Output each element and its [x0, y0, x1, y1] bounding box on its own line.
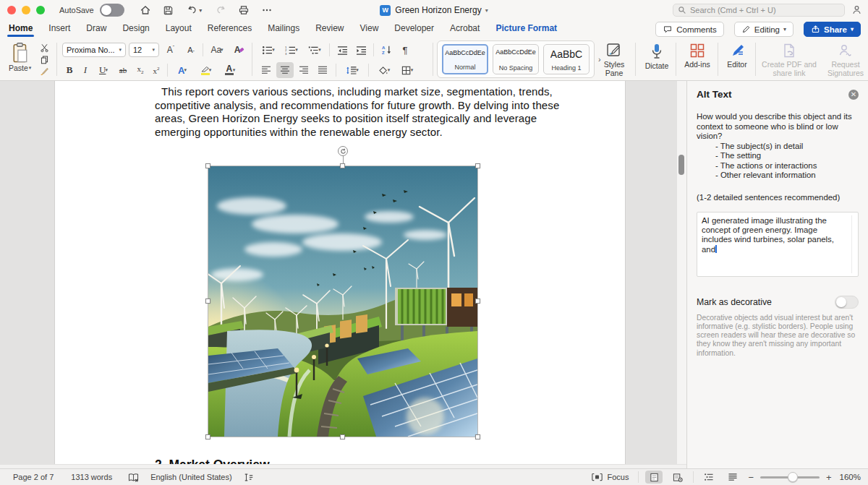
decrease-indent-button[interactable]: [333, 42, 351, 58]
page-indicator[interactable]: Page 2 of 7: [13, 473, 54, 481]
resize-handle-w[interactable]: [205, 299, 210, 304]
account-presence-button[interactable]: [851, 4, 862, 15]
comments-button[interactable]: Comments: [655, 22, 724, 37]
document-title[interactable]: Green Horizon Energy: [395, 5, 481, 15]
rotate-handle[interactable]: [338, 146, 348, 156]
home-button[interactable]: [137, 3, 153, 17]
search-input[interactable]: Search (Cmd + Ctrl + U): [673, 4, 845, 17]
editor-button[interactable]: Editor: [722, 40, 752, 72]
paste-button[interactable]: Paste▾: [6, 40, 34, 78]
font-name-select[interactable]: Proxima No...▾: [62, 43, 126, 57]
proofing-status-button[interactable]: [128, 473, 139, 482]
style-normal[interactable]: AaBbCcDdEe Normal: [442, 44, 488, 74]
draft-view-button[interactable]: [724, 471, 741, 484]
show-marks-button[interactable]: ¶: [396, 42, 414, 58]
undo-button[interactable]: ▾: [184, 3, 205, 17]
focus-mode-button[interactable]: Focus: [592, 473, 629, 481]
save-button[interactable]: [161, 3, 176, 17]
zoom-slider[interactable]: [760, 476, 820, 478]
document-title-chevron-icon[interactable]: ▾: [485, 7, 488, 14]
resize-handle-s[interactable]: [340, 434, 345, 439]
subscript-button[interactable]: x2: [133, 62, 148, 78]
dictate-button[interactable]: Dictate: [641, 40, 673, 73]
print-button[interactable]: [236, 3, 252, 17]
tab-mailings[interactable]: Mailings: [268, 21, 299, 37]
word-count[interactable]: 1313 words: [71, 473, 112, 481]
resize-handle-sw[interactable]: [205, 434, 210, 439]
addins-button[interactable]: Add-ins: [680, 40, 715, 72]
resize-handle-nw[interactable]: [205, 163, 210, 168]
italic-button[interactable]: I: [78, 62, 93, 78]
vertical-scrollbar[interactable]: [677, 81, 686, 468]
text-tracking-button[interactable]: [244, 473, 254, 482]
mark-decorative-toggle[interactable]: [835, 296, 859, 309]
styles-pane-button[interactable]: Styles Pane: [597, 40, 631, 80]
alt-text-input[interactable]: AI generated image illustrating the conc…: [697, 212, 859, 277]
vertical-scrollbar-thumb[interactable]: [678, 155, 684, 175]
change-case-button[interactable]: Aa▾: [206, 42, 228, 58]
justify-button[interactable]: [314, 62, 331, 78]
format-painter-button[interactable]: [37, 65, 51, 77]
align-center-button[interactable]: [276, 62, 294, 78]
print-layout-view-button[interactable]: [645, 471, 663, 484]
tab-picture-format[interactable]: Picture Format: [495, 21, 557, 37]
tab-design[interactable]: Design: [122, 21, 149, 37]
multilevel-list-button[interactable]: ▾: [304, 42, 326, 58]
editing-mode-button[interactable]: Editing ▾: [734, 22, 793, 37]
tab-developer[interactable]: Developer: [394, 21, 434, 37]
tab-references[interactable]: References: [208, 21, 252, 37]
style-heading1[interactable]: AaBbC Heading 1: [543, 44, 590, 74]
close-window-button[interactable]: [7, 6, 16, 14]
tab-view[interactable]: View: [360, 21, 379, 37]
resize-handle-e[interactable]: [475, 299, 480, 304]
resize-handle-ne[interactable]: [475, 163, 480, 168]
tab-layout[interactable]: Layout: [166, 21, 192, 37]
tab-insert[interactable]: Insert: [48, 21, 70, 37]
font-color-button[interactable]: A▾: [219, 62, 241, 78]
create-pdf-button[interactable]: Create PDF and share link: [760, 40, 819, 80]
redo-button[interactable]: [213, 3, 229, 17]
borders-button[interactable]: ▾: [396, 62, 418, 78]
strikethrough-button[interactable]: ab: [114, 62, 132, 78]
resize-handle-se[interactable]: [475, 434, 480, 439]
tab-draw[interactable]: Draw: [86, 21, 106, 37]
minimize-window-button[interactable]: [22, 6, 30, 14]
cut-button[interactable]: [37, 42, 51, 53]
line-spacing-button[interactable]: ▾: [341, 62, 364, 78]
close-panel-button[interactable]: ✕: [848, 90, 859, 100]
bold-button[interactable]: B: [62, 62, 77, 78]
shrink-font-button[interactable]: Aˇ: [182, 42, 200, 58]
document-paragraph[interactable]: This report covers various sections, inc…: [155, 85, 574, 140]
paste-dropdown-arrow[interactable]: ▾: [29, 65, 32, 71]
zoom-out-button[interactable]: −: [748, 472, 754, 483]
font-size-select[interactable]: 12▾: [129, 43, 159, 57]
zoom-slider-knob[interactable]: [788, 472, 798, 482]
grow-font-button[interactable]: Aˆ: [162, 42, 179, 58]
text-effects-button[interactable]: A▾: [171, 62, 193, 78]
highlight-color-button[interactable]: ▾: [195, 62, 218, 78]
maximize-window-button[interactable]: [36, 6, 45, 14]
undo-dropdown-arrow[interactable]: ▾: [199, 7, 202, 14]
more-commands-button[interactable]: [259, 3, 275, 17]
tab-acrobat[interactable]: Acrobat: [450, 21, 480, 37]
shading-button[interactable]: ▾: [373, 62, 395, 78]
document-page[interactable]: This report covers various sections, inc…: [54, 81, 626, 468]
tab-review[interactable]: Review: [315, 21, 344, 37]
request-signatures-button[interactable]: Request Signatures: [823, 40, 868, 80]
sort-button[interactable]: AZ: [378, 42, 395, 58]
tab-home[interactable]: Home: [9, 21, 33, 37]
copy-button[interactable]: [37, 53, 51, 65]
resize-handle-n[interactable]: [340, 163, 345, 168]
autosave-toggle[interactable]: [100, 4, 124, 17]
style-no-spacing[interactable]: AaBbCcDdEe No Spacing: [493, 44, 539, 74]
clear-formatting-button[interactable]: A: [231, 42, 248, 58]
numbering-button[interactable]: 123▾: [281, 42, 302, 58]
document-image[interactable]: [208, 166, 477, 437]
outline-view-button[interactable]: [700, 471, 718, 484]
share-button[interactable]: Share ▾: [804, 22, 861, 37]
align-left-button[interactable]: [258, 62, 275, 78]
web-layout-view-button[interactable]: [669, 471, 686, 484]
zoom-percentage[interactable]: 160%: [840, 473, 861, 481]
underline-button[interactable]: U▾: [94, 62, 113, 78]
bullets-button[interactable]: ▾: [258, 42, 279, 58]
